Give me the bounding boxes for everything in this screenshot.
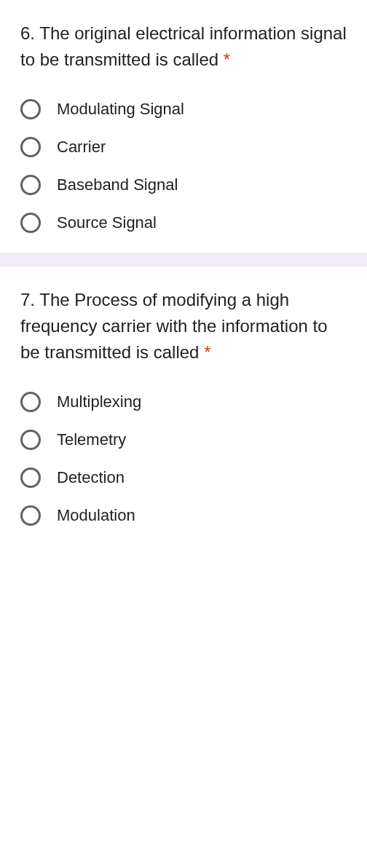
question-text: 6. The original electrical information s… xyxy=(20,20,347,73)
option-label: Modulating Signal xyxy=(57,100,184,119)
question-body: The Process of modifying a high frequenc… xyxy=(20,290,328,362)
radio-icon xyxy=(20,99,41,119)
radio-icon xyxy=(20,392,41,412)
required-asterisk: * xyxy=(204,342,210,362)
question-card-7: 7. The Process of modifying a high frequ… xyxy=(0,267,367,546)
radio-option[interactable]: Modulation xyxy=(20,505,347,526)
required-asterisk: * xyxy=(224,50,230,69)
option-label: Carrier xyxy=(57,138,106,157)
question-text: 7. The Process of modifying a high frequ… xyxy=(20,287,347,366)
option-label: Detection xyxy=(57,468,125,487)
radio-option[interactable]: Baseband Signal xyxy=(20,175,347,195)
radio-option[interactable]: Telemetry xyxy=(20,430,347,450)
radio-icon xyxy=(20,175,41,195)
options-list: Multiplexing Telemetry Detection Modulat… xyxy=(20,392,347,526)
radio-option[interactable]: Multiplexing xyxy=(20,392,347,412)
option-label: Telemetry xyxy=(57,430,126,449)
option-label: Multiplexing xyxy=(57,392,141,411)
question-number: 6. xyxy=(20,23,35,43)
question-card-6: 6. The original electrical information s… xyxy=(0,0,367,253)
options-list: Modulating Signal Carrier Baseband Signa… xyxy=(20,99,347,233)
radio-icon xyxy=(20,137,41,157)
option-label: Source Signal xyxy=(57,213,157,232)
radio-icon xyxy=(20,430,41,450)
option-label: Baseband Signal xyxy=(57,175,178,194)
radio-icon xyxy=(20,505,41,526)
radio-option[interactable]: Detection xyxy=(20,467,347,488)
question-number: 7. xyxy=(20,290,35,309)
radio-option[interactable]: Modulating Signal xyxy=(20,99,347,119)
radio-icon xyxy=(20,213,41,233)
radio-icon xyxy=(20,467,41,488)
radio-option[interactable]: Carrier xyxy=(20,137,347,157)
card-divider xyxy=(0,253,367,267)
question-body: The original electrical information sign… xyxy=(20,23,347,69)
option-label: Modulation xyxy=(57,506,135,525)
radio-option[interactable]: Source Signal xyxy=(20,213,347,233)
